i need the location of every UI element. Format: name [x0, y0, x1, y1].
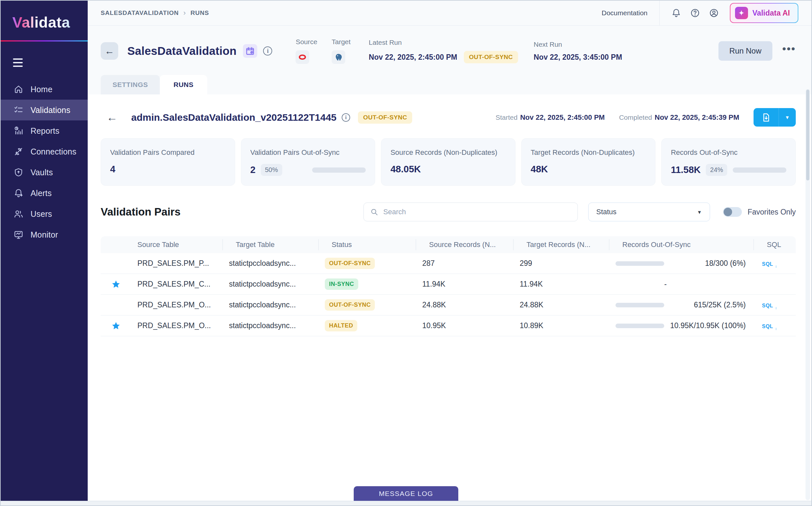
- favorites-label: Favorites Only: [748, 208, 796, 217]
- report-chart-icon: [13, 125, 24, 136]
- sidebar-item-home[interactable]: Home: [1, 79, 88, 100]
- out-of-sync-cell: 615/25K (2.5%): [609, 301, 753, 309]
- export-split-button: ▼: [753, 108, 796, 126]
- chevron-down-icon: ▼: [697, 209, 702, 215]
- source-meta: Source: [296, 38, 317, 64]
- ai-button-label: Validata AI: [752, 9, 790, 17]
- breadcrumb: SALESDATAVALIDATION › RUNS: [101, 9, 209, 17]
- tab-runs[interactable]: RUNS: [160, 75, 207, 94]
- breadcrumb-current: RUNS: [191, 9, 209, 16]
- export-dropdown-caret[interactable]: ▼: [779, 108, 796, 126]
- stat-card-records-out-of-sync: Records Out-of-Sync 11.58K 24%: [661, 138, 796, 186]
- out-of-sync-cell: 10.95K/10.95K (100%): [609, 321, 753, 330]
- status-badge: OUT-OF-SYNC: [325, 299, 375, 311]
- export-report-icon[interactable]: [753, 108, 779, 126]
- sql-download-icon[interactable]: SQL↓: [762, 261, 773, 267]
- latest-run-label: Latest Run: [369, 38, 518, 47]
- schedule-calendar-icon[interactable]: [243, 44, 257, 58]
- tab-settings[interactable]: SETTINGS: [101, 75, 160, 94]
- oracle-source-icon: [296, 50, 309, 64]
- topbar-divider: [659, 1, 660, 25]
- col-source-records[interactable]: Source Records (N...: [416, 239, 513, 250]
- run-name: admin.SalesDataValidation_v20251122T1445: [131, 112, 337, 123]
- favorite-star-icon[interactable]: [101, 280, 131, 289]
- search-icon: [370, 208, 378, 216]
- favorites-toggle[interactable]: [723, 207, 742, 217]
- tabs: SETTINGS RUNS: [88, 75, 811, 94]
- sql-download-icon[interactable]: SQL↓: [762, 324, 773, 329]
- sidebar-item-monitor[interactable]: Monitor: [1, 224, 88, 245]
- search-input[interactable]: [383, 208, 571, 216]
- stat-card-target-records: Target Records (Non-Duplicates) 48K: [521, 138, 656, 186]
- progress-bar: [733, 167, 786, 173]
- users-icon: [13, 208, 24, 220]
- stat-cards: Validation Pairs Compared 4 Validation P…: [101, 138, 796, 186]
- oos-progress-bar: [615, 324, 664, 328]
- app-window: Validata Home Validations Reports Connec…: [0, 0, 812, 506]
- table-row[interactable]: PRD_SALES.PM_P... statictpccloadsync... …: [101, 253, 796, 274]
- col-sql[interactable]: SQL: [753, 239, 796, 250]
- page-header: ← SalesDataValidation i Source Target La…: [88, 26, 811, 64]
- sidebar-item-label: Reports: [30, 126, 60, 136]
- sidebar-item-alerts[interactable]: Alerts: [1, 183, 88, 203]
- documentation-link[interactable]: Documentation: [601, 9, 647, 17]
- message-log-button[interactable]: MESSAGE LOG: [354, 486, 458, 501]
- sidebar-item-connections[interactable]: Connections: [1, 141, 88, 162]
- col-status[interactable]: Status: [318, 239, 416, 250]
- col-target-records[interactable]: Target Records (N...: [513, 239, 609, 250]
- sql-download-icon[interactable]: SQL↓: [762, 303, 773, 308]
- sidebar-item-label: Connections: [30, 147, 76, 156]
- sidebar-nav: Home Validations Reports Connections Vau…: [1, 79, 88, 245]
- help-icon[interactable]: [690, 8, 700, 18]
- favorite-star-icon[interactable]: [101, 321, 131, 330]
- latest-run-value: Nov 22, 2025, 2:45:00 PM: [369, 53, 457, 62]
- table-row[interactable]: PRD_SALES.PM_O... statictpccloadsync... …: [101, 316, 796, 336]
- table-row[interactable]: PRD_SALES.PM_C... statictpccloadsync... …: [101, 274, 796, 295]
- scrollbar-thumb[interactable]: [806, 90, 809, 180]
- percent-chip: 50%: [261, 164, 282, 176]
- run-times: StartedNov 22, 2025, 2:45:00 PM Complete…: [496, 108, 796, 126]
- menu-toggle-button[interactable]: [13, 59, 26, 69]
- bell-plus-icon: [13, 188, 24, 199]
- col-target-table[interactable]: Target Table: [222, 239, 318, 250]
- sidebar-item-reports[interactable]: Reports: [1, 120, 88, 141]
- breadcrumb-parent[interactable]: SALESDATAVALIDATION: [101, 9, 179, 16]
- sidebar-item-validations[interactable]: Validations: [1, 100, 88, 120]
- vertical-scrollbar[interactable]: [806, 89, 810, 500]
- shield-icon: [13, 167, 24, 178]
- status-filter-select[interactable]: Status ▼: [588, 202, 710, 221]
- topbar: SALESDATAVALIDATION › RUNS Documentation…: [88, 1, 811, 26]
- run-info-icon[interactable]: i: [342, 113, 350, 122]
- percent-chip: 24%: [706, 164, 727, 176]
- runs-panel: ← admin.SalesDataValidation_v20251122T14…: [88, 94, 811, 505]
- pairs-toolbar: Validation Pairs Status ▼ Favorites Only: [101, 202, 796, 221]
- col-records-out-of-sync[interactable]: Records Out-Of-Sync: [609, 239, 753, 250]
- title-info-icon[interactable]: i: [263, 47, 272, 56]
- next-run-label: Next Run: [534, 40, 622, 49]
- sidebar-item-label: Alerts: [30, 188, 52, 198]
- notifications-bell-icon[interactable]: [671, 8, 681, 18]
- bottom-strip: [1, 501, 811, 505]
- next-run-meta: Next Run Nov 22, 2025, 3:45:00 PM: [534, 40, 622, 62]
- out-of-sync-cell: -: [609, 280, 753, 288]
- target-label: Target: [331, 38, 351, 46]
- table-row[interactable]: PRD_SALES.PM_O... statictpccloadsync... …: [101, 295, 796, 316]
- sidebar-item-label: Vaults: [30, 168, 53, 177]
- section-title: Validation Pairs: [101, 206, 180, 218]
- col-source-table[interactable]: Source Table: [131, 241, 222, 249]
- run-back-button[interactable]: ←: [106, 111, 118, 124]
- more-options-icon[interactable]: •••: [782, 46, 796, 57]
- breadcrumb-chevron-icon: ›: [183, 9, 186, 17]
- brand-gradient-divider: [1, 40, 88, 41]
- stat-card-pairs-compared: Validation Pairs Compared 4: [101, 138, 235, 186]
- run-now-button[interactable]: Run Now: [719, 41, 773, 61]
- sidebar: Validata Home Validations Reports Connec…: [1, 1, 88, 505]
- checklist-icon: [13, 104, 24, 115]
- sidebar-item-vaults[interactable]: Vaults: [1, 162, 88, 183]
- out-of-sync-cell: 18/300 (6%): [609, 259, 753, 268]
- account-icon[interactable]: [709, 8, 719, 18]
- target-meta: Target: [331, 38, 351, 64]
- sidebar-item-users[interactable]: Users: [1, 203, 88, 224]
- back-button[interactable]: ←: [101, 42, 118, 60]
- validata-ai-button[interactable]: ✦ Validata AI: [730, 3, 798, 23]
